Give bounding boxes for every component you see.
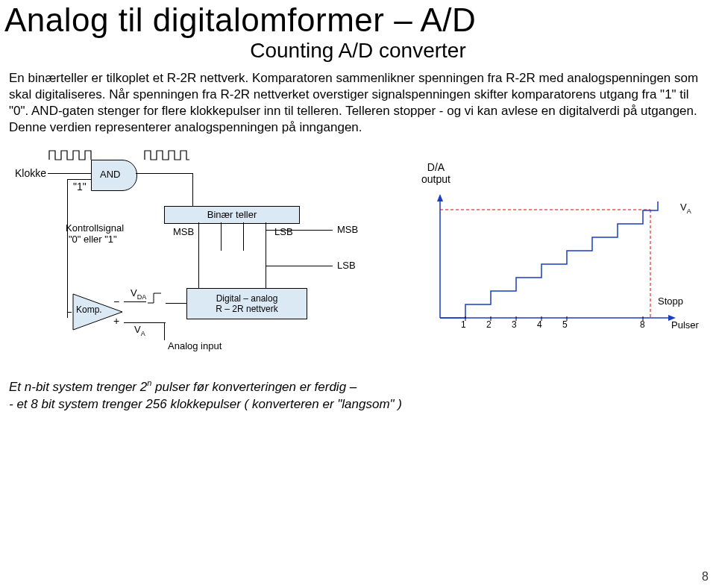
label-msb: MSB (173, 226, 194, 237)
label-analog-input: Analog input (168, 340, 222, 351)
label-one: "1" (73, 181, 87, 193)
label-klokke: Klokke (15, 167, 46, 179)
wire (124, 322, 166, 323)
tick-4: 4 (537, 319, 542, 330)
wire (198, 222, 199, 288)
paragraph: En binærteller er tilkoplet et R-2R nett… (9, 70, 703, 136)
tick-5: 5 (562, 319, 568, 330)
wire (164, 322, 165, 340)
wire (192, 173, 193, 207)
da-output-plot (433, 191, 694, 333)
tick-2: 2 (486, 319, 492, 330)
wire (266, 222, 266, 288)
label-va: VA (134, 324, 145, 337)
clock-waveform-icon (46, 146, 95, 161)
label-va2: VA (680, 201, 691, 215)
wire (67, 179, 68, 188)
label-da: Digital – analog (187, 293, 307, 304)
binary-counter-block: Binær teller (164, 206, 300, 224)
gated-clock-waveform-icon (142, 146, 192, 161)
wire (124, 301, 146, 302)
tick-3: 3 (512, 319, 517, 330)
tick-1: 1 (461, 319, 466, 330)
svg-marker-3 (437, 194, 443, 201)
label-kontrollsignal: Kontrollsignal (66, 222, 124, 234)
page-title: Analog til digitalomformer – A/D (4, 1, 716, 39)
wire (136, 173, 192, 174)
label-r2r: R – 2R nettverk (187, 304, 307, 314)
wire (166, 303, 186, 304)
wire (243, 222, 244, 251)
wire (48, 173, 91, 174)
label-and: AND (100, 169, 120, 180)
wire (67, 188, 68, 318)
label-msb2: MSB (337, 224, 358, 235)
wire (266, 266, 333, 266)
wire (67, 312, 72, 313)
dac-block: Digital – analog R – 2R nettverk (186, 288, 307, 319)
label-kontrollsignal2: "0" eller "1" (69, 234, 117, 245)
wire (266, 230, 333, 231)
label-lsb2: LSB (337, 260, 356, 271)
wire (221, 222, 222, 251)
label-minus: − (113, 295, 119, 307)
diagram: Klokke AND "1" Binær teller MSB LSB MSB … (15, 146, 701, 370)
label-binaer-teller: Binær teller (207, 209, 257, 220)
label-plus: + (113, 315, 119, 327)
label-komp: Komp. (76, 304, 102, 315)
page-subtitle: Counting A/D converter (0, 39, 716, 63)
step-signal-icon (146, 291, 167, 304)
wire (67, 179, 91, 180)
label-pulser: Pulser (671, 319, 699, 331)
label-vda: VDA (131, 287, 146, 301)
page-number: 8 (702, 570, 709, 584)
label-lsb: LSB (274, 226, 293, 237)
tick-8: 8 (640, 319, 645, 330)
label-da-output: D/Aoutput (421, 161, 450, 185)
label-stopp: Stopp (658, 295, 683, 307)
footer-text: Et n-bit system trenger 2n pulser før ko… (9, 378, 703, 413)
